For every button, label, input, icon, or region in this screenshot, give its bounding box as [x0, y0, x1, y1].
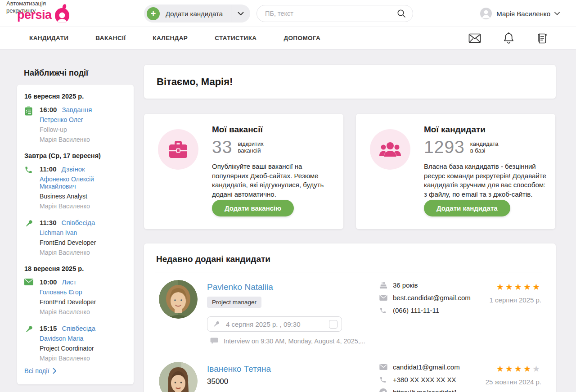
- search-icon[interactable]: [396, 9, 406, 18]
- candidate-telegram[interactable]: https://t.me/candidat1: [393, 388, 457, 392]
- candidate-avatar[interactable]: [159, 280, 198, 319]
- recent-candidates-card: Недавно додані кандидати Pavlenko Natali…: [144, 243, 556, 392]
- stat-description: Опублікуйте ваші вакансії на популярних …: [212, 162, 336, 199]
- welcome-title: Вітаємо, Марія!: [157, 76, 233, 88]
- event-position: Follow-up: [40, 126, 127, 133]
- all-events-link[interactable]: Всі події: [24, 367, 127, 374]
- chevron-down-icon: [554, 12, 560, 15]
- stat-caption: кандидата в базі: [470, 138, 499, 154]
- event-type-link[interactable]: Співбесіда: [62, 324, 95, 332]
- event-person-link[interactable]: Головань Єгор: [40, 288, 127, 296]
- chevron-down-icon[interactable]: [231, 5, 250, 23]
- candidate-contact-details: 36 років best.candidat@gmail.com (066) 1…: [379, 281, 471, 319]
- event-done-checkbox[interactable]: [329, 320, 338, 329]
- sidebar-title: Найближчі події: [24, 68, 134, 78]
- star-icon: ★: [532, 282, 541, 292]
- candidate-email[interactable]: candidat1@gmail.com: [393, 363, 460, 371]
- event-date-label: 16 вересня 2025 р.: [24, 93, 127, 100]
- candidate-avatar[interactable]: [159, 362, 198, 392]
- event-recruiter: Марія Василенко: [40, 308, 127, 315]
- event-time: 10:00: [40, 278, 57, 286]
- event-person-link[interactable]: Lichman Ivan: [40, 229, 127, 236]
- search-box: [256, 5, 413, 22]
- bell-icon[interactable]: [504, 32, 514, 44]
- add-vacancy-button[interactable]: Додати вакансію: [212, 200, 294, 216]
- phone-icon: [379, 376, 389, 383]
- nav-item-statistics[interactable]: СТАТИСТИКА: [215, 35, 256, 41]
- candidate-added-date: 1 серпня 2025 р.: [490, 296, 541, 304]
- event-type-link[interactable]: Лист: [62, 278, 76, 286]
- rating-stars[interactable]: ★★★★★: [486, 364, 541, 374]
- my-vacancies-card: Мої вакансії 33 відкритих вакансій Опубл…: [144, 114, 343, 229]
- add-candidate-split-button[interactable]: + Додати кандидата: [144, 5, 250, 23]
- event-person-link[interactable]: Петренко Олег: [40, 116, 127, 123]
- event-person-link[interactable]: Davidson Maria: [40, 335, 127, 342]
- user-menu[interactable]: Марія Василенко: [480, 8, 560, 19]
- event-item[interactable]: 11:30 Співбесіда Lichman Ivan FrontEnd D…: [24, 219, 127, 256]
- nav-item-candidates[interactable]: КАНДИДАТИ: [29, 35, 68, 41]
- upcoming-events-sidebar: Найближчі події 16 вересня 2025 р. 16:00…: [17, 66, 134, 384]
- candidate-row: Pavlenko Nataliia Project manager 4 серп…: [155, 272, 542, 354]
- logo-text: persia: [17, 8, 52, 22]
- events-card: 16 вересня 2025 р. 16:00 Завдання Петрен…: [17, 85, 134, 384]
- event-recruiter: Марія Василенко: [40, 249, 127, 256]
- candidate-phone[interactable]: (066) 111-11-11: [393, 306, 439, 314]
- welcome-card: Вітаємо, Марія!: [144, 65, 556, 99]
- microphone-icon: [24, 324, 40, 362]
- stat-title: Мої кандидати: [424, 125, 548, 135]
- phone-icon: [24, 165, 40, 210]
- briefcase-icon: [158, 129, 198, 170]
- phone-icon: [379, 307, 389, 314]
- logo[interactable]: persia: [17, 5, 71, 25]
- microphone-icon: [24, 219, 40, 256]
- add-candidate-button[interactable]: Додати кандидата: [424, 200, 510, 216]
- candidate-phone[interactable]: +380 XX XXX XX XX: [393, 376, 456, 383]
- candidates-in-base-count: 1293: [424, 138, 465, 156]
- nav-item-help[interactable]: ДОПОМОГА: [284, 35, 320, 41]
- candidate-tag: Project manager: [207, 297, 261, 308]
- event-item[interactable]: 11:00 Дзвінок Афоненко Олексій Михайлови…: [24, 165, 127, 210]
- open-vacancies-count: 33: [212, 138, 232, 156]
- candidate-name-link[interactable]: Pavlenko Nataliia: [207, 282, 273, 292]
- comment-icon: [210, 338, 218, 345]
- task-icon: [24, 106, 40, 143]
- event-item[interactable]: 10:00 Лист Головань Єгор FrontEnd Develo…: [24, 278, 127, 315]
- persia-logo-icon: [54, 4, 71, 24]
- plus-icon: +: [147, 7, 160, 20]
- nav-item-calendar[interactable]: КАЛЕНДАР: [153, 35, 188, 41]
- event-recruiter: Марія Василенко: [40, 136, 127, 143]
- comment-text: Interview on 9:30 AM, Monday, August 4, …: [224, 338, 365, 345]
- nav-item-vacancies[interactable]: ВАКАНСІЇ: [95, 35, 126, 41]
- candidate-name-link[interactable]: Іваненко Тетяна: [207, 364, 271, 374]
- event-position: FrontEnd Developer: [40, 239, 127, 246]
- event-date-label: Завтра (Ср, 17 вересня): [24, 152, 127, 159]
- event-type-link[interactable]: Завдання: [62, 106, 92, 113]
- microphone-icon: [212, 320, 220, 328]
- avatar: [480, 8, 492, 19]
- event-position: FrontEnd Developer: [40, 298, 127, 306]
- event-recruiter: Марія Василенко: [40, 203, 127, 210]
- telegram-icon: [379, 388, 389, 392]
- candidate-contact-details: candidat1@gmail.com +380 XX XXX XX XX ht…: [379, 363, 460, 392]
- event-item[interactable]: 15:15 Співбесіда Davidson Maria Project …: [24, 324, 127, 362]
- event-time: 11:30: [40, 219, 57, 226]
- candidate-comment: Interview on 9:30 AM, Monday, August 4, …: [210, 338, 347, 345]
- candidate-email[interactable]: best.candidat@gmail.com: [393, 294, 471, 302]
- mail-icon: [379, 364, 389, 370]
- candidate-event-datebox[interactable]: 4 серпня 2025 р. , 09:30: [207, 316, 342, 332]
- rating-stars[interactable]: ★★★★★: [490, 282, 541, 292]
- scroll-icon[interactable]: [536, 32, 547, 45]
- event-type-link[interactable]: Співбесіда: [62, 219, 95, 226]
- star-icon: ★: [496, 364, 505, 374]
- mail-icon[interactable]: [468, 33, 481, 43]
- search-input[interactable]: [265, 10, 396, 17]
- star-icon: ★: [514, 282, 523, 292]
- event-item[interactable]: 16:00 Завдання Петренко Олег Follow-up М…: [24, 106, 127, 143]
- mail-icon: [24, 278, 40, 315]
- mail-icon: [379, 295, 389, 301]
- event-type-link[interactable]: Дзвінок: [62, 165, 85, 173]
- stat-title: Мої вакансії: [212, 125, 336, 135]
- main-nav: КАНДИДАТИ ВАКАНСІЇ КАЛЕНДАР СТАТИСТИКА Д…: [0, 27, 576, 50]
- nav-items: КАНДИДАТИ ВАКАНСІЇ КАЛЕНДАР СТАТИСТИКА Д…: [29, 35, 347, 41]
- event-person-link[interactable]: Афоненко Олексій Михайлович: [40, 176, 127, 190]
